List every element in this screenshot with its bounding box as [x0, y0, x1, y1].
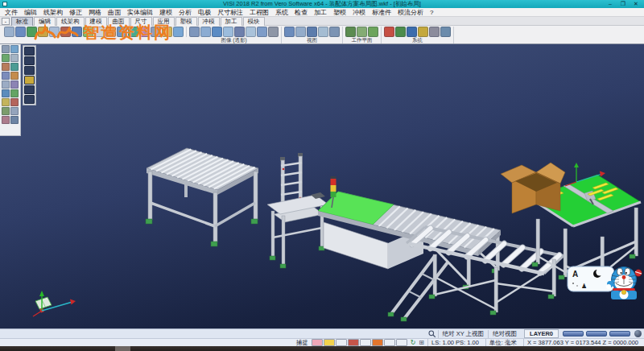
- menu-item[interactable]: 实体编辑: [124, 8, 156, 17]
- toolbar-icon[interactable]: [117, 27, 127, 37]
- layer-color-bar[interactable]: [609, 331, 630, 337]
- scene-side-table[interactable]: [267, 192, 328, 268]
- redraw-icon[interactable]: ↻: [411, 339, 416, 346]
- layer-color-bar[interactable]: [586, 331, 607, 337]
- status-icon[interactable]: [384, 339, 395, 346]
- left-toolbar-icon[interactable]: [10, 63, 19, 71]
- toolbar-icon[interactable]: [189, 27, 200, 37]
- left-toolbar-icon[interactable]: [10, 98, 19, 106]
- menu-item[interactable]: 标准件: [369, 8, 394, 17]
- menu-item[interactable]: 文件: [2, 8, 21, 17]
- menu-item[interactable]: 检查: [291, 8, 311, 17]
- menu-item[interactable]: 建模: [156, 8, 175, 17]
- menu-item[interactable]: 网格: [85, 8, 105, 17]
- status-icon[interactable]: [324, 339, 335, 346]
- toolbar-icon[interactable]: [345, 27, 356, 37]
- left-toolbar-icon[interactable]: [2, 72, 10, 80]
- collapse-button[interactable]: -: [2, 18, 10, 25]
- toolbar-tab[interactable]: 尺寸: [130, 17, 152, 26]
- left-toolbar-icon[interactable]: [2, 98, 10, 106]
- left-toolbar-icon[interactable]: [2, 89, 10, 97]
- toolbar-tab[interactable]: 编辑: [34, 17, 56, 26]
- left-toolbar-icon[interactable]: [2, 107, 10, 115]
- toolbar-icon[interactable]: [246, 27, 256, 37]
- view-panel-button[interactable]: [24, 95, 35, 104]
- menu-item[interactable]: 尺寸标注: [214, 8, 246, 17]
- status-icon[interactable]: [312, 339, 323, 346]
- toolbar-icon[interactable]: [234, 27, 245, 37]
- toolbar-icon[interactable]: [329, 27, 340, 37]
- toolbar-icon[interactable]: [38, 27, 48, 37]
- toolbar-tab[interactable]: 加工: [221, 17, 242, 26]
- toolbar-icon[interactable]: [418, 27, 428, 37]
- toolbar-icon[interactable]: [395, 27, 406, 37]
- toolbar-icon[interactable]: [105, 27, 116, 37]
- left-toolbar-icon[interactable]: [10, 45, 19, 53]
- toolbar-icon[interactable]: [440, 27, 451, 37]
- left-toolbar-icon[interactable]: [10, 116, 19, 124]
- sphere-icon[interactable]: [634, 330, 642, 337]
- toolbar-tab[interactable]: 冲模: [198, 17, 220, 26]
- toolbar-icon[interactable]: [27, 27, 37, 37]
- left-toolbar-icon[interactable]: [10, 107, 19, 115]
- left-toolbar-icon[interactable]: [2, 63, 10, 71]
- toolbar-tab[interactable]: 应用: [153, 17, 175, 26]
- menu-item[interactable]: 编辑: [21, 8, 40, 17]
- toolbar-icon[interactable]: [212, 27, 222, 37]
- coordinate-mode[interactable]: 绝对 XY 上视图: [438, 330, 489, 338]
- menu-item[interactable]: 塑模: [330, 8, 349, 17]
- toolbar-icon[interactable]: [162, 27, 172, 37]
- snap-label[interactable]: 捕捉: [296, 339, 308, 347]
- view-panel-button[interactable]: [24, 85, 35, 94]
- menu-item[interactable]: 模流分析: [394, 8, 427, 17]
- toolbar-icon[interactable]: [357, 27, 367, 37]
- left-toolbar-icon[interactable]: [2, 45, 10, 53]
- toolbar-tab[interactable]: 模块: [243, 17, 265, 26]
- view-mode[interactable]: 绝对视图: [488, 330, 521, 338]
- toolbar-tab[interactable]: 曲面: [108, 17, 130, 26]
- status-icon[interactable]: [360, 339, 371, 346]
- menu-item[interactable]: 冲模: [349, 8, 369, 17]
- left-toolbar-icon[interactable]: [2, 54, 10, 62]
- toolbar-icon[interactable]: [94, 27, 105, 37]
- toolbar-icon[interactable]: [268, 27, 279, 37]
- zoom-lens-icon[interactable]: [428, 330, 436, 338]
- scene-left-roller-table[interactable]: [146, 148, 258, 246]
- toolbar-icon[interactable]: [200, 27, 211, 37]
- minimize-button[interactable]: –: [604, 0, 617, 8]
- left-toolbar-icon[interactable]: [2, 116, 10, 124]
- toolbar-icon[interactable]: [72, 27, 82, 37]
- taskbar-segment[interactable]: [115, 346, 130, 351]
- toolbar-icon[interactable]: [49, 27, 60, 37]
- toolbar-tab[interactable]: 塑模: [175, 17, 197, 26]
- toolbar-icon[interactable]: [83, 27, 93, 37]
- view-panel-button[interactable]: [24, 47, 35, 56]
- scene-belt-conveyor[interactable]: [318, 176, 501, 289]
- layer-color-bar[interactable]: [563, 331, 584, 337]
- grid-icon[interactable]: ⊞: [419, 339, 424, 346]
- close-button[interactable]: ✕: [630, 0, 642, 8]
- left-toolbar-icon[interactable]: [10, 72, 19, 80]
- status-icon[interactable]: [396, 339, 407, 346]
- maximize-button[interactable]: ❐: [617, 0, 630, 8]
- menu-item[interactable]: ?: [427, 8, 436, 17]
- toolbar-icon[interactable]: [257, 27, 267, 37]
- menu-item[interactable]: 修正: [66, 8, 85, 17]
- toolbar-icon[interactable]: [307, 27, 317, 37]
- toolbar-icon[interactable]: [4, 27, 14, 37]
- toolbar-tab[interactable]: 建模: [85, 17, 107, 26]
- status-icon[interactable]: [372, 339, 383, 346]
- toolbar-icon[interactable]: [15, 27, 26, 37]
- toolbar-tab[interactable]: 线架构: [56, 17, 85, 26]
- toolbar-icon[interactable]: [173, 27, 184, 37]
- toolbar-tab[interactable]: 标准: [11, 17, 33, 26]
- status-icon[interactable]: [336, 339, 347, 346]
- toolbar-icon[interactable]: [295, 27, 306, 37]
- left-toolbar-icon[interactable]: [10, 54, 19, 62]
- menu-item[interactable]: 电极: [195, 8, 214, 17]
- toolbar-icon[interactable]: [139, 27, 150, 37]
- toolbar-icon[interactable]: [128, 27, 138, 37]
- viewport-scene[interactable]: A ♟: [0, 44, 644, 328]
- view-panel-button[interactable]: [24, 76, 35, 85]
- toolbar-icon[interactable]: [368, 27, 378, 37]
